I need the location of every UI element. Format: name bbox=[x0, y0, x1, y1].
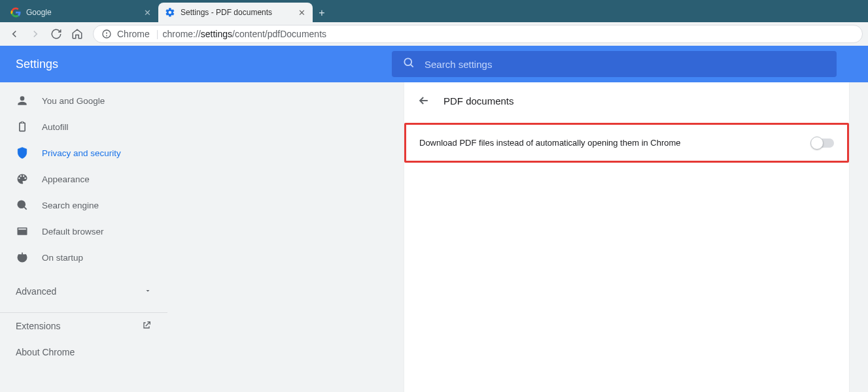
sidebar: You and Google Autofill Privacy and secu… bbox=[0, 82, 167, 392]
sidebar-item-label: Privacy and security bbox=[42, 148, 121, 158]
svg-point-2 bbox=[107, 35, 107, 36]
sidebar-item-search[interactable]: Search engine bbox=[0, 192, 167, 218]
settings-body: You and Google Autofill Privacy and secu… bbox=[0, 82, 868, 392]
close-icon[interactable]: ✕ bbox=[143, 8, 152, 17]
sidebar-item-default-browser[interactable]: Default browser bbox=[0, 218, 167, 244]
svg-line-6 bbox=[24, 207, 27, 210]
settings-header: Settings bbox=[0, 46, 868, 82]
forward-button[interactable] bbox=[26, 25, 44, 43]
page-title: Settings bbox=[16, 57, 58, 71]
url-origin: Chrome bbox=[117, 29, 150, 39]
new-tab-button[interactable]: + bbox=[313, 4, 331, 22]
sidebar-item-privacy[interactable]: Privacy and security bbox=[0, 140, 167, 166]
close-icon[interactable]: ✕ bbox=[297, 8, 306, 17]
svg-line-4 bbox=[411, 65, 413, 67]
sidebar-item-label: Search engine bbox=[42, 201, 99, 210]
pdf-download-toggle[interactable] bbox=[812, 139, 834, 148]
search-input[interactable] bbox=[425, 59, 826, 70]
tab-settings[interactable]: Settings - PDF documents ✕ bbox=[158, 3, 313, 22]
external-link-icon bbox=[141, 320, 152, 333]
svg-point-3 bbox=[404, 58, 411, 65]
svg-point-5 bbox=[18, 201, 25, 208]
sidebar-item-label: Autofill bbox=[42, 122, 69, 132]
search-icon bbox=[16, 199, 29, 212]
sidebar-item-extensions[interactable]: Extensions bbox=[0, 313, 167, 339]
address-bar[interactable]: Chrome | chrome://settings/content/pdfDo… bbox=[93, 25, 863, 43]
shield-icon bbox=[16, 146, 29, 159]
reload-button[interactable] bbox=[47, 25, 65, 43]
browser-tabstrip: Google ✕ Settings - PDF documents ✕ + bbox=[0, 0, 868, 22]
setting-label: Download PDF files instead of automatica… bbox=[419, 138, 681, 148]
url-path: chrome://settings/content/pdfDocuments bbox=[162, 29, 326, 39]
power-icon bbox=[16, 251, 29, 264]
sidebar-item-label: On startup bbox=[42, 253, 83, 263]
palette-icon bbox=[16, 172, 29, 186]
sidebar-item-startup[interactable]: On startup bbox=[0, 244, 167, 270]
back-arrow-button[interactable] bbox=[417, 94, 430, 107]
back-button[interactable] bbox=[5, 25, 24, 43]
sidebar-item-label: Default browser bbox=[42, 227, 104, 237]
sidebar-item-label: Appearance bbox=[42, 174, 90, 184]
sidebar-item-you-and-google[interactable]: You and Google bbox=[0, 88, 167, 114]
settings-panel: PDF documents Download PDF files instead… bbox=[404, 82, 849, 392]
pdf-download-setting: Download PDF files instead of automatica… bbox=[404, 123, 849, 163]
search-container bbox=[392, 51, 837, 77]
sidebar-item-appearance[interactable]: Appearance bbox=[0, 166, 167, 192]
main-content: PDF documents Download PDF files instead… bbox=[167, 82, 868, 392]
sidebar-advanced[interactable]: Advanced bbox=[0, 278, 167, 304]
advanced-label: Advanced bbox=[16, 286, 56, 297]
chevron-down-icon bbox=[144, 286, 152, 297]
site-info-icon[interactable] bbox=[101, 29, 112, 39]
about-label: About Chrome bbox=[16, 347, 75, 357]
sidebar-item-about[interactable]: About Chrome bbox=[0, 339, 167, 365]
tab-google[interactable]: Google ✕ bbox=[4, 3, 158, 22]
tab-title: Google bbox=[26, 8, 137, 17]
sidebar-item-label: You and Google bbox=[42, 96, 105, 106]
home-button[interactable] bbox=[68, 25, 86, 43]
sidebar-item-autofill[interactable]: Autofill bbox=[0, 114, 167, 140]
person-icon bbox=[16, 94, 29, 107]
search-icon bbox=[402, 56, 415, 72]
clipboard-icon bbox=[16, 120, 29, 133]
browser-icon bbox=[16, 225, 29, 238]
panel-header: PDF documents bbox=[404, 82, 849, 119]
browser-toolbar: Chrome | chrome://settings/content/pdfDo… bbox=[0, 22, 868, 46]
extensions-label: Extensions bbox=[16, 321, 60, 331]
tab-title: Settings - PDF documents bbox=[181, 8, 292, 17]
panel-title: PDF documents bbox=[443, 95, 514, 106]
gear-icon bbox=[165, 7, 175, 18]
google-favicon bbox=[10, 7, 21, 18]
